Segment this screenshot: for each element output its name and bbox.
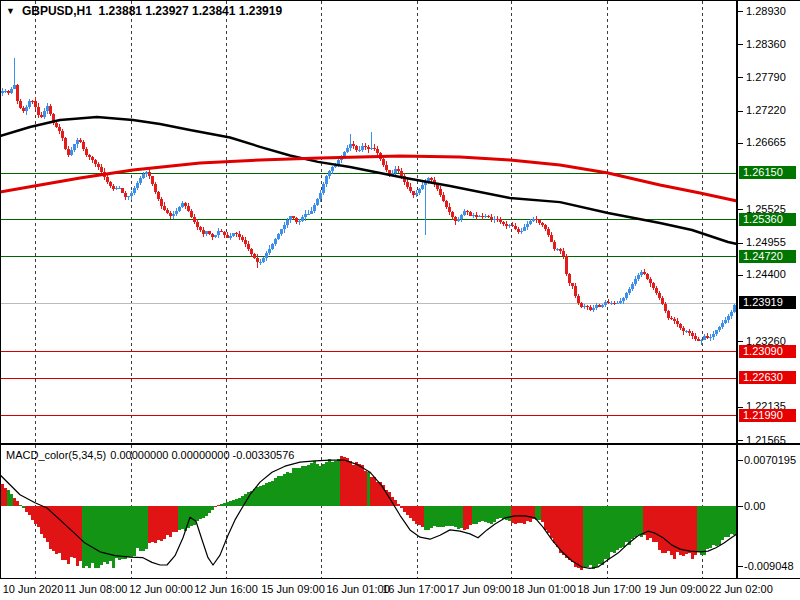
time-axis-label: 16 Jun 01:00: [326, 583, 390, 595]
price-level-badge: 1.21990: [739, 409, 796, 422]
time-axis-label: 17 Jun 09:00: [447, 583, 511, 595]
price-tick-label: 1.27790: [746, 71, 786, 83]
time-axis-label: 15 Jun 09:00: [261, 583, 325, 595]
macd-indicator-label: MACD_color(5,34,5)0.00000000 0.00000000 …: [6, 449, 298, 461]
price-level-badge: 1.26150: [739, 166, 796, 179]
time-axis-label: 18 Jun 17:00: [577, 583, 641, 595]
time-axis-label: 12 Jun 00:00: [129, 583, 193, 595]
time-axis-label: 22 Jun 02:00: [709, 583, 773, 595]
macd-indicator-values: 0.00000000 0.00000000 -0.00330576: [110, 449, 294, 461]
time-axis-label: 18 Jun 01:00: [512, 583, 576, 595]
collapse-arrow-icon[interactable]: ▼: [6, 6, 15, 16]
price-level-badge: 1.23919: [739, 296, 796, 309]
axis-tick-marks: [738, 12, 743, 567]
chart-window: ▼GBPUSD,H1 1.23881 1.23927 1.23841 1.239…: [0, 0, 800, 600]
price-tick-label: 1.26665: [746, 136, 786, 148]
time-axis-label: 11 Jun 08:00: [65, 583, 128, 595]
macd-indicator-name: MACD_color(5,34,5): [6, 449, 106, 461]
pane-borders: [0, 0, 800, 579]
macd-histogram: [1, 456, 736, 570]
macd-tick-label: 0.0070195: [744, 454, 796, 466]
time-axis-label: 19 Jun 09:00: [644, 583, 708, 595]
time-axis-label: 12 Jun 16:00: [194, 583, 258, 595]
price-tick-label: 1.27220: [746, 104, 786, 116]
price-tick-label: 1.24955: [746, 236, 786, 248]
price-level-badge: 1.22630: [739, 371, 796, 384]
price-tick-label: 1.28360: [746, 38, 786, 50]
macd-tick-label: 0.00: [744, 500, 765, 512]
price-tick-label: 1.28930: [746, 5, 786, 17]
price-tick-label: 1.21565: [746, 434, 786, 446]
time-axis-label: 16 Jun 17:00: [382, 583, 446, 595]
symbol-timeframe-label: GBPUSD,H1: [22, 4, 92, 18]
ma-black-line: [0, 117, 737, 244]
ma-red-line: [0, 156, 737, 201]
time-axis-label: 10 Jun 2020: [3, 583, 64, 595]
moving-averages: [0, 117, 737, 244]
price-level-badge: 1.23090: [739, 345, 796, 358]
price-level-badge: 1.25360: [739, 213, 796, 226]
ohlc-values-label: 1.23881 1.23927 1.23841 1.23919: [99, 4, 283, 18]
price-level-badge: 1.24720: [739, 250, 796, 263]
macd-tick-label: -0.009048: [744, 560, 794, 572]
candlesticks: [1, 58, 736, 344]
price-tick-label: 1.24400: [746, 268, 786, 280]
chart-title-bar: ▼GBPUSD,H1 1.23881 1.23927 1.23841 1.239…: [6, 4, 282, 18]
chart-plot-area[interactable]: [0, 0, 800, 600]
